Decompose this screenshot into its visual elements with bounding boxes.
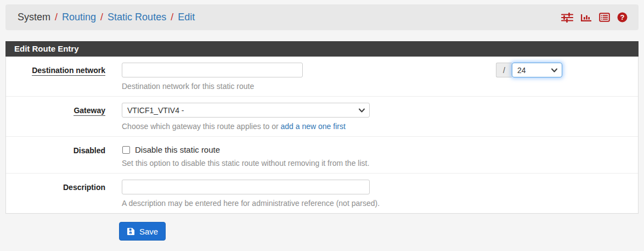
- header-icon-group: ?: [561, 12, 628, 23]
- breadcrumb-trail: System / Routing / Static Routes / Edit: [18, 12, 195, 23]
- disabled-row: Disabled Disable this static route Set t…: [6, 137, 638, 174]
- save-button[interactable]: Save: [119, 222, 166, 241]
- destination-network-help: Destination network for this static rout…: [122, 82, 638, 91]
- chart-bar-icon[interactable]: [580, 13, 592, 23]
- description-help: A description may be entered here for ad…: [122, 199, 638, 208]
- sliders-icon[interactable]: [561, 13, 573, 23]
- description-label: Description: [6, 180, 105, 208]
- save-floppy-icon: [127, 227, 135, 236]
- mask-separator-addon: /: [496, 63, 512, 77]
- destination-network-input[interactable]: [122, 63, 303, 77]
- list-icon[interactable]: [599, 13, 610, 22]
- disabled-label: Disabled: [6, 143, 105, 168]
- save-button-label: Save: [139, 227, 158, 236]
- gateway-label: Gateway: [6, 103, 105, 131]
- gateway-row: Gateway VTICF1_VTIV4 - Choose which gate…: [6, 97, 638, 137]
- subnet-mask-select[interactable]: 24: [512, 63, 562, 77]
- disable-route-checkbox-label[interactable]: Disable this static route: [135, 145, 220, 154]
- gateway-help: Choose which gateway this route applies …: [122, 122, 638, 131]
- breadcrumb-separator: /: [55, 12, 58, 23]
- gateway-select[interactable]: VTICF1_VTIV4 -: [122, 103, 370, 118]
- edit-route-entry-panel: Edit Route Entry Destination network / 2…: [5, 41, 639, 214]
- breadcrumb-link-edit[interactable]: Edit: [178, 12, 195, 23]
- description-row: Description A description may be entered…: [6, 174, 638, 213]
- disabled-help: Set this option to disable this static r…: [122, 159, 638, 168]
- breadcrumb-separator: /: [100, 12, 103, 23]
- breadcrumb-section: System: [18, 12, 50, 23]
- breadcrumb: System / Routing / Static Routes / Edit: [5, 4, 639, 30]
- breadcrumb-link-static-routes[interactable]: Static Routes: [108, 12, 166, 23]
- destination-network-row: Destination network / 24 Desti: [6, 57, 638, 97]
- disable-route-checkbox[interactable]: [122, 146, 130, 154]
- panel-title: Edit Route Entry: [5, 41, 639, 57]
- svg-text:?: ?: [620, 13, 625, 21]
- add-gateway-link[interactable]: add a new one first: [281, 122, 346, 131]
- form-actions: Save: [5, 222, 639, 241]
- breadcrumb-separator: /: [171, 12, 173, 23]
- subnet-mask-group: / 24: [496, 63, 562, 77]
- description-input[interactable]: [122, 180, 370, 194]
- destination-network-label: Destination network: [6, 63, 105, 91]
- help-icon[interactable]: ?: [617, 12, 628, 23]
- breadcrumb-link-routing[interactable]: Routing: [62, 12, 96, 23]
